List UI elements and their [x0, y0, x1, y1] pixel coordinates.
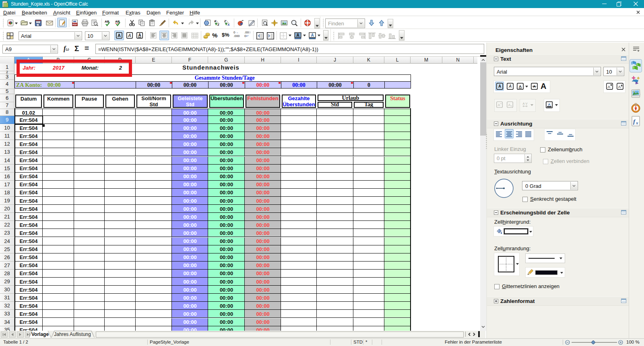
svg-text:A: A: [508, 103, 511, 107]
svg-text:A: A: [618, 84, 621, 89]
svg-text:A: A: [608, 84, 611, 89]
svg-text:A: A: [522, 102, 524, 105]
svg-text:Z: Z: [224, 19, 226, 23]
svg-text:A: A: [214, 19, 217, 23]
svg-text:A: A: [296, 33, 299, 37]
svg-text:A: A: [519, 84, 522, 89]
svg-text:N: N: [635, 103, 637, 106]
svg-text:A: A: [128, 33, 131, 38]
svg-text:x: x: [500, 102, 502, 105]
svg-text:V: V: [525, 102, 527, 105]
svg-text:A: A: [498, 103, 500, 107]
svg-text:A: A: [227, 23, 230, 27]
svg-text:PDF: PDF: [73, 23, 78, 26]
svg-text:A: A: [138, 33, 141, 37]
svg-text:x: x: [636, 120, 638, 125]
svg-text:A: A: [118, 33, 121, 38]
svg-text:x: x: [511, 105, 512, 107]
svg-text:A: A: [508, 84, 512, 89]
svg-text:A: A: [311, 33, 314, 37]
svg-text:A: A: [548, 102, 551, 107]
svg-text:A: A: [498, 84, 501, 89]
